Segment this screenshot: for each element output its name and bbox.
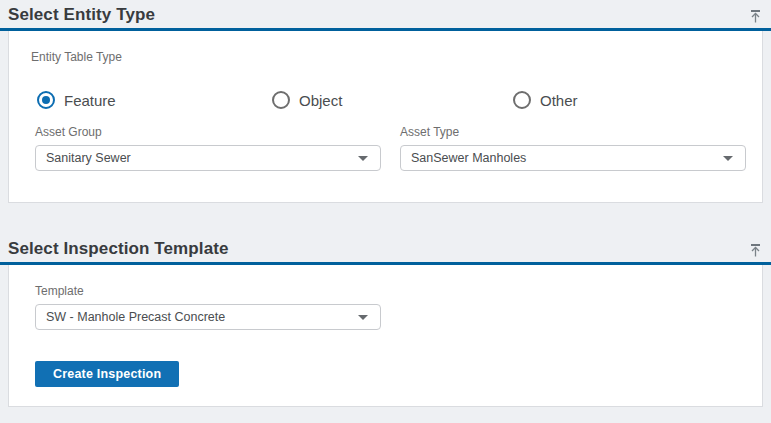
asset-group-value: Sanitary Sewer <box>46 151 131 165</box>
asset-group-field: Asset Group Sanitary Sewer <box>35 126 381 171</box>
radio-unselected-icon <box>272 91 290 109</box>
template-dropdown-row: Template SW - Manhole Precast Concrete <box>9 285 762 330</box>
asset-group-select[interactable]: Sanitary Sewer <box>35 145 381 171</box>
entity-type-body: Entity Table Type Feature Object Other A… <box>8 31 763 203</box>
radio-object[interactable]: Object <box>272 91 513 109</box>
collapse-up-icon[interactable] <box>747 8 763 24</box>
asset-type-select[interactable]: SanSewer Manholes <box>400 145 746 171</box>
collapse-up-icon-glyph <box>748 243 763 258</box>
entity-table-type-radio-group: Feature Object Other <box>9 91 762 109</box>
template-select[interactable]: SW - Manhole Precast Concrete <box>35 304 381 330</box>
chevron-down-icon <box>358 156 368 161</box>
chevron-down-icon <box>358 315 368 320</box>
entity-type-header: Select Entity Type <box>0 0 771 31</box>
inspection-template-section: Select Inspection Template Template SW -… <box>0 234 771 407</box>
inspection-template-body: Template SW - Manhole Precast Concrete C… <box>8 265 763 407</box>
entity-type-section: Select Entity Type Entity Table Type Fea… <box>0 0 771 203</box>
collapse-up-icon-glyph <box>748 9 763 24</box>
create-inspection-button[interactable]: Create Inspection <box>35 361 179 387</box>
asset-dropdown-row: Asset Group Sanitary Sewer Asset Type Sa… <box>9 126 762 171</box>
asset-type-value: SanSewer Manholes <box>411 151 526 165</box>
entity-type-title: Select Entity Type <box>8 5 763 25</box>
template-field: Template SW - Manhole Precast Concrete <box>35 285 381 330</box>
asset-type-field: Asset Type SanSewer Manholes <box>400 126 746 171</box>
inspection-template-header: Select Inspection Template <box>0 234 771 265</box>
radio-feature[interactable]: Feature <box>37 91 272 109</box>
template-value: SW - Manhole Precast Concrete <box>46 310 225 324</box>
radio-feature-label: Feature <box>64 92 116 109</box>
entity-table-type-label: Entity Table Type <box>9 51 762 64</box>
inspection-form-page: Select Entity Type Entity Table Type Fea… <box>0 0 771 423</box>
template-label: Template <box>35 285 381 298</box>
asset-group-label: Asset Group <box>35 126 381 139</box>
radio-other[interactable]: Other <box>513 91 578 109</box>
asset-type-label: Asset Type <box>400 126 746 139</box>
inspection-template-title: Select Inspection Template <box>8 239 763 259</box>
radio-object-label: Object <box>299 92 342 109</box>
radio-unselected-icon <box>513 91 531 109</box>
radio-other-label: Other <box>540 92 578 109</box>
collapse-up-icon[interactable] <box>747 242 763 258</box>
radio-selected-icon <box>37 91 55 109</box>
chevron-down-icon <box>723 156 733 161</box>
